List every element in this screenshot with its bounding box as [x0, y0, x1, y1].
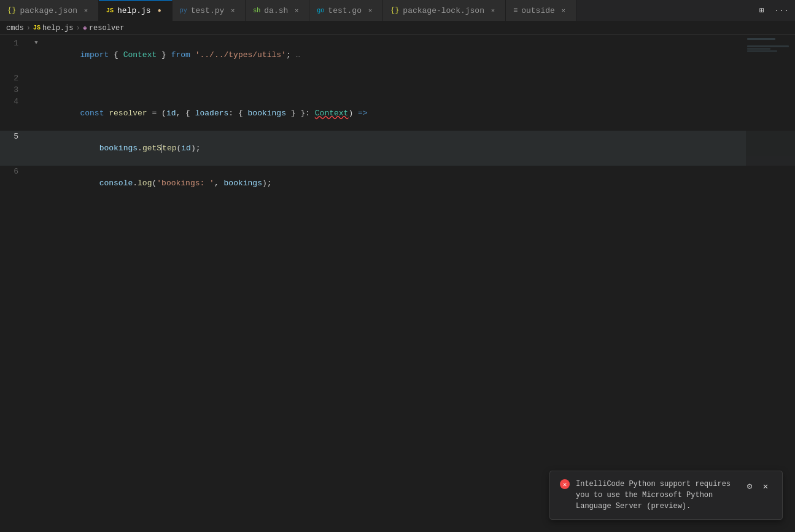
breadcrumb-help-js[interactable]: JS help.js: [33, 24, 73, 33]
breadcrumb: cmds › JS help.js › ◈ resolver: [0, 21, 795, 35]
tab-label-package-json: package.json: [20, 6, 77, 15]
line-content-1: import { Context } from '../../types/uti…: [42, 37, 795, 72]
tab-icon-test-py: py: [180, 7, 187, 14]
code-editor[interactable]: 1 ▼ import { Context } from '../../types…: [0, 35, 795, 532]
tab-da-sh[interactable]: sh da.sh ✕: [246, 0, 309, 21]
tab-icon-package-lock: {}: [390, 6, 399, 15]
tab-icon-da-sh: sh: [253, 7, 260, 14]
line-content-6: console.log('bookings: ', bookings);: [42, 166, 795, 201]
breadcrumb-resolver-icon: ◈: [83, 23, 87, 33]
collapse-icon-1: ▼: [34, 37, 37, 49]
tab-help-js[interactable]: JS help.js ●: [99, 0, 173, 21]
line-number-6: 6: [0, 166, 31, 177]
tab-outside[interactable]: ≡ outside ✕: [506, 0, 576, 21]
tab-test-go[interactable]: go test.go ✕: [309, 0, 383, 21]
breadcrumb-cmds[interactable]: cmds: [6, 24, 24, 33]
notification-actions: ⚙ ✕: [743, 479, 772, 493]
tab-close-package-json[interactable]: ✕: [81, 6, 91, 15]
code-line-3: 3: [0, 84, 795, 96]
editor-area[interactable]: 1 ▼ import { Context } from '../../types…: [0, 35, 795, 532]
breadcrumb-help-js-label: help.js: [42, 24, 73, 33]
breadcrumb-cmds-label: cmds: [6, 24, 24, 33]
tab-label-help-js: help.js: [117, 6, 151, 15]
tab-label-package-lock: package-lock.json: [403, 6, 484, 15]
split-editor-button[interactable]: ⊞: [753, 2, 770, 19]
notification-error-icon: ✕: [560, 479, 570, 489]
breadcrumb-resolver[interactable]: ◈ resolver: [83, 23, 125, 33]
notification-close-button[interactable]: ✕: [759, 479, 772, 493]
more-actions-button[interactable]: ···: [773, 2, 790, 19]
tab-close-package-lock[interactable]: ✕: [488, 6, 498, 15]
code-line-5: 5 bookings.getStep(id);: [0, 131, 795, 166]
line-number-3: 3: [0, 84, 31, 96]
notification-gear-icon: ⚙: [747, 481, 752, 492]
tab-close-da-sh[interactable]: ✕: [292, 6, 301, 15]
line-content-2: [42, 72, 795, 84]
tab-close-test-py[interactable]: ✕: [228, 6, 238, 15]
notification-settings-button[interactable]: ⚙: [743, 479, 756, 493]
tab-bar: {} package.json ✕ JS help.js ● py test.p…: [0, 0, 795, 21]
code-line-4: 4 const resolver = (id, { loaders: { boo…: [0, 96, 795, 131]
line-number-5: 5: [0, 131, 31, 142]
tab-test-py[interactable]: py test.py ✕: [173, 0, 246, 21]
breadcrumb-js-icon: JS: [33, 25, 41, 31]
line-number-1: 1: [0, 37, 31, 49]
more-actions-icon: ···: [774, 6, 788, 15]
tab-package-json[interactable]: {} package.json ✕: [0, 0, 99, 21]
tab-label-outside: outside: [521, 6, 555, 15]
line-content-4: const resolver = (id, { loaders: { booki…: [42, 96, 795, 131]
tab-label-da-sh: da.sh: [264, 6, 288, 15]
breadcrumb-sep-1: ›: [26, 24, 31, 33]
fold-indicator-1[interactable]: ▼: [31, 37, 42, 49]
tab-package-lock-json[interactable]: {} package-lock.json ✕: [383, 0, 506, 21]
code-line-6: 6 console.log('bookings: ', bookings);: [0, 166, 795, 201]
tab-close-test-go[interactable]: ✕: [365, 6, 375, 15]
line-content-3: [42, 84, 795, 96]
tab-label-test-go: test.go: [328, 6, 362, 15]
notification-toast: ✕ IntelliCode Python support requires yo…: [549, 471, 783, 520]
tab-bar-actions: ⊞ ···: [753, 2, 795, 19]
notification-message: IntelliCode Python support requires you …: [576, 479, 737, 512]
tab-icon-package-json: {}: [7, 6, 16, 15]
minimap: [746, 35, 795, 532]
code-line-2: 2: [0, 72, 795, 84]
tab-icon-test-go: go: [317, 7, 324, 14]
tab-label-test-py: test.py: [191, 6, 225, 15]
split-editor-icon: ⊞: [759, 6, 764, 15]
line-content-5: bookings.getStep(id);: [42, 131, 795, 166]
tab-close-outside[interactable]: ✕: [559, 6, 568, 15]
notification-close-icon: ✕: [763, 481, 768, 492]
line-number-4: 4: [0, 96, 31, 107]
tab-icon-outside: ≡: [513, 6, 518, 15]
breadcrumb-resolver-label: resolver: [89, 24, 125, 33]
code-line-1: 1 ▼ import { Context } from '../../types…: [0, 37, 795, 72]
line-number-2: 2: [0, 72, 31, 84]
tab-icon-help-js: JS: [106, 7, 114, 14]
breadcrumb-sep-2: ›: [76, 24, 80, 33]
tab-close-help-js[interactable]: ●: [155, 6, 165, 16]
